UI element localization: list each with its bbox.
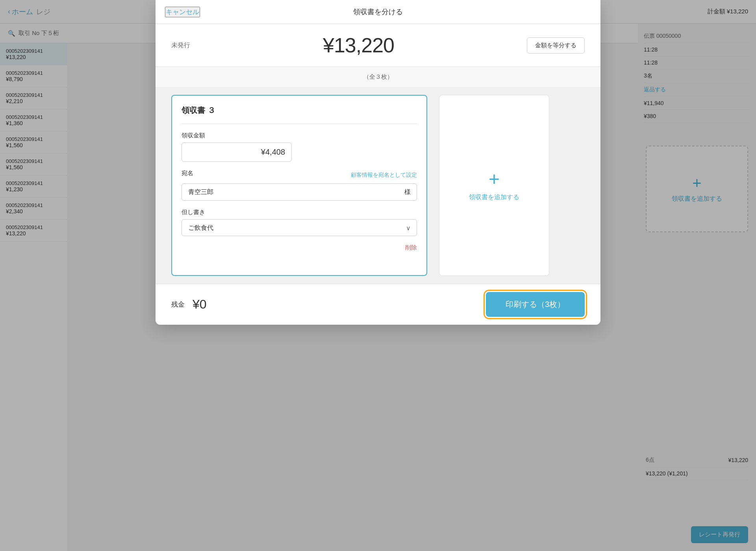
addressee-label: 宛名 [182,170,193,177]
receipt-card: 領収書 ３ 領収金額 宛名 顧客情報を宛名として設定 様 但し書き [171,95,427,276]
modal-status: 未発行 [171,41,190,50]
equal-split-button[interactable]: 金額を等分する [527,37,585,54]
note-field-label: 但し書き [182,209,417,216]
modal-title: 領収書を分ける [353,7,403,17]
addressee-row: 宛名 顧客情報を宛名として設定 [182,170,417,180]
balance-value: ¥0 [193,297,207,312]
modal-overlay: キャンセル 領収書を分ける 未発行 ¥13,220 金額を等分する （全３枚） … [0,0,756,551]
add-plus-icon: + [489,170,500,189]
amount-input[interactable] [182,142,292,162]
balance-area: 残金 ¥0 [171,297,207,312]
modal-dialog: キャンセル 領収書を分ける 未発行 ¥13,220 金額を等分する （全３枚） … [156,0,600,325]
add-receipt-label-text: 領収書を追加する [469,193,519,202]
modal-total-amount: ¥13,220 [323,33,394,57]
customer-set-link[interactable]: 顧客情報を宛名として設定 [351,172,417,179]
amount-field-label: 領収金額 [182,132,417,139]
modal-count: （全３枚） [156,67,600,87]
add-receipt-button[interactable]: + 領収書を追加する [439,95,549,276]
receipt-divider [182,124,417,124]
cancel-button[interactable]: キャンセル [165,7,200,17]
addressee-suffix: 様 [404,188,411,196]
note-select-wrapper: ご飲食代 ∨ [182,219,417,236]
print-button[interactable]: 印刷する（3枚） [486,292,585,317]
balance-label: 残金 [171,300,185,309]
modal-footer: 残金 ¥0 印刷する（3枚） [156,284,600,325]
addressee-input[interactable] [182,183,417,201]
modal-header: キャンセル 領収書を分ける [156,0,600,24]
delete-receipt-button[interactable]: 削除 [182,244,417,251]
addressee-input-wrapper: 様 [182,183,417,201]
modal-amount-area: 未発行 ¥13,220 金額を等分する [156,24,600,67]
receipt-card-title: 領収書 ３ [182,105,417,116]
note-select[interactable]: ご飲食代 [182,219,417,236]
modal-body: 領収書 ３ 領収金額 宛名 顧客情報を宛名として設定 様 但し書き [156,87,600,284]
